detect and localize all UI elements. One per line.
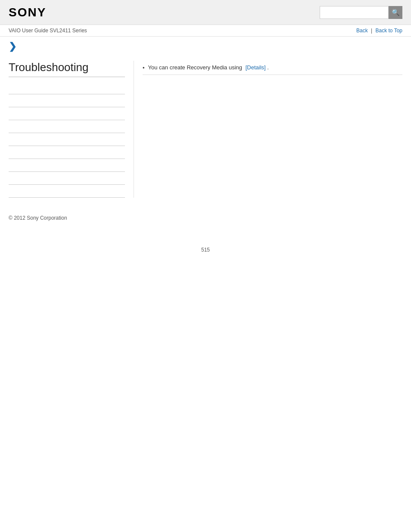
sidebar-links (9, 81, 125, 198)
list-item (9, 172, 125, 185)
content-item: • You can create Recovery Media using [D… (143, 61, 402, 75)
chevron-section: ❯ (0, 37, 411, 52)
sidebar: Troubleshooting (9, 61, 134, 198)
bullet-icon: • (143, 65, 145, 71)
nav-separator: | (371, 28, 372, 34)
search-input[interactable] (320, 6, 389, 19)
sidebar-link[interactable] (9, 99, 10, 105)
footer: © 2012 Sony Corporation (0, 206, 411, 230)
list-item (9, 107, 125, 120)
list-item (9, 159, 125, 172)
list-item (9, 120, 125, 133)
details-link[interactable]: [Details] (246, 64, 266, 71)
copyright-text: © 2012 Sony Corporation (9, 215, 67, 221)
list-item (9, 81, 125, 94)
nav-right: Back | Back to Top (356, 28, 402, 34)
list-item (9, 133, 125, 146)
sony-logo: SONY (9, 6, 46, 19)
sidebar-link[interactable] (9, 151, 10, 157)
sidebar-title: Troubleshooting (9, 61, 125, 77)
sidebar-link[interactable] (9, 86, 10, 92)
nav-bar: VAIO User Guide SVL2411 Series Back | Ba… (0, 25, 411, 37)
header: SONY 🔍 (0, 0, 411, 25)
sidebar-link[interactable] (9, 112, 10, 118)
list-item (9, 94, 125, 107)
back-to-top-link[interactable]: Back to Top (376, 28, 402, 34)
search-icon: 🔍 (392, 9, 400, 16)
list-item (9, 185, 125, 198)
back-to-top-label: Back to Top (376, 28, 402, 34)
sidebar-link[interactable] (9, 164, 10, 170)
sidebar-link[interactable] (9, 125, 10, 131)
content-text-body: You can create Recovery Media using (148, 64, 242, 71)
sidebar-link[interactable] (9, 138, 10, 144)
search-container: 🔍 (320, 6, 402, 19)
content-text: You can create Recovery Media using [Det… (148, 64, 402, 71)
chevron-right-icon: ❯ (9, 41, 16, 52)
content-area: • You can create Recovery Media using [D… (134, 61, 402, 198)
list-item (9, 146, 125, 159)
period: . (267, 64, 269, 71)
main-content: Troubleshooting • You can create Recover… (0, 52, 411, 206)
sidebar-link[interactable] (9, 190, 10, 196)
back-link[interactable]: Back (356, 28, 368, 34)
breadcrumb: VAIO User Guide SVL2411 Series (9, 28, 87, 34)
page-number: 515 (0, 247, 411, 261)
sidebar-link[interactable] (9, 177, 10, 183)
search-button[interactable]: 🔍 (389, 6, 402, 19)
